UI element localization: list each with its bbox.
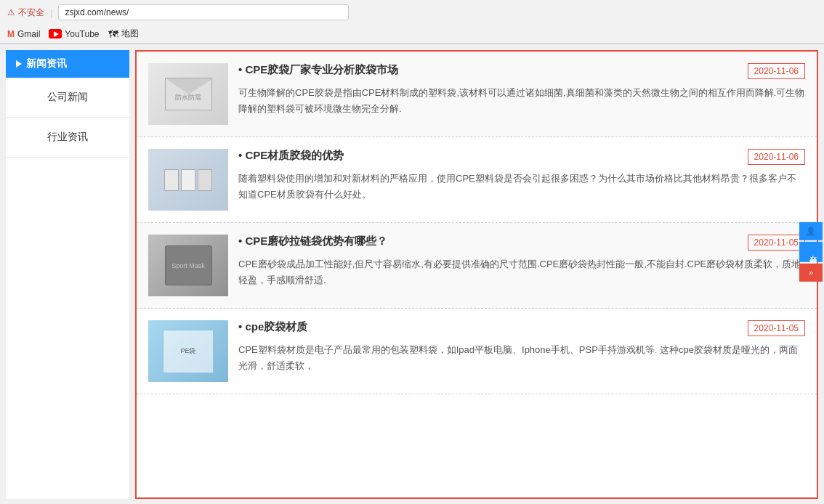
double-arrow-icon: » (809, 268, 813, 277)
industry-news-label: 行业资讯 (47, 131, 88, 142)
news-date-4: 2020-11-05 (748, 320, 805, 336)
sidebar-news-header: 新闻资讯 (6, 50, 129, 78)
news-desc-2: 随着塑料袋使用的增加和对新材料的严格应用，使用CPE塑料袋是否会引起很多困惑？为… (238, 171, 805, 203)
news-item: CPE材质胶袋的优势 2020-11-06 随着塑料袋使用的增加和对新材料的严格… (137, 137, 817, 223)
sidebar-item-company-news[interactable]: 公司新闻 (6, 78, 129, 118)
sidebar-item-industry-news[interactable]: 行业资讯 (6, 118, 129, 158)
gmail-icon: M (7, 29, 15, 39)
thumb-img-1: 防水防震 (148, 63, 228, 125)
news-desc-3: CPE磨砂袋成品加工性能好,但尺寸容易缩水,有必要提供准确的尺寸范围.CPE磨砂… (238, 256, 805, 288)
news-date-2: 2020-11-06 (748, 149, 805, 165)
news-desc-1: 可生物降解的CPE胶袋是指由CPE材料制成的塑料袋,该材料可以通过诸如细菌,真细… (238, 85, 805, 117)
user-icon: 👤 (806, 227, 816, 235)
news-body-4: cpe胶袋材质 2020-11-05 CPE塑料袋材质是电子产品最常用的包装塑料… (238, 320, 805, 374)
bookmark-youtube-label: YouTube (65, 29, 99, 39)
sidebar-arrow-icon (16, 60, 22, 68)
news-body-1: CPE胶袋厂家专业分析胶袋市场 2020-11-06 可生物降解的CPE胶袋是指… (238, 63, 805, 117)
sidebar-news-title: 新闻资讯 (26, 57, 67, 70)
news-title-4[interactable]: cpe胶袋材质 (238, 320, 307, 334)
thumb-img-3: Sport Mask (148, 235, 228, 296)
news-header-row-1: CPE胶袋厂家专业分析胶袋市场 2020-11-06 (238, 63, 805, 79)
news-desc-4: CPE塑料袋材质是电子产品最常用的包装塑料袋，如Ipad平板电脑、Iphone手… (238, 342, 805, 374)
news-thumbnail-3: Sport Mask (148, 235, 228, 296)
thumb-img-4: PE袋 (148, 320, 228, 382)
news-header-row-2: CPE材质胶袋的优势 2020-11-06 (238, 149, 805, 165)
youtube-icon (49, 29, 62, 38)
bookmark-map-label: 地图 (121, 28, 139, 40)
news-thumbnail-4: PE袋 (148, 320, 228, 382)
sidebar: 新闻资讯 公司新闻 行业资讯 (6, 50, 129, 499)
news-date-3: 2020-11-05 (748, 235, 805, 251)
address-input[interactable] (58, 4, 349, 20)
news-item: Sport Mask CPE磨砂拉链袋优势有哪些？ 2020-11-05 CPE… (137, 223, 817, 309)
news-item: 防水防震 CPE胶袋厂家专业分析胶袋市场 2020-11-06 可生物降解的CP… (137, 52, 817, 137)
news-body-2: CPE材质胶袋的优势 2020-11-06 随着塑料袋使用的增加和对新材料的严格… (238, 149, 805, 203)
address-bar: ⚠ 不安全 | (0, 0, 824, 25)
browser-chrome: ⚠ 不安全 | M Gmail YouTube 🗺 地图 (0, 0, 824, 44)
security-warning: ⚠ 不安全 (7, 7, 44, 19)
bookmark-gmail[interactable]: M Gmail (7, 29, 40, 39)
thumb-img-2 (148, 149, 228, 211)
bookmarks-bar: M Gmail YouTube 🗺 地图 (0, 25, 824, 44)
map-icon: 🗺 (108, 28, 118, 40)
float-btn-user[interactable]: 👤 (799, 222, 823, 240)
bookmark-youtube[interactable]: YouTube (49, 29, 99, 39)
news-thumbnail-2 (148, 149, 228, 211)
news-title-3[interactable]: CPE磨砂拉链袋优势有哪些？ (238, 235, 387, 248)
news-item: PE袋 cpe胶袋材质 2020-11-05 CPE塑料袋材质是电子产品最常用的… (137, 309, 817, 394)
company-news-label: 公司新闻 (47, 91, 88, 102)
warning-icon: ⚠ (7, 7, 15, 17)
news-thumbnail-1: 防水防震 (148, 63, 228, 125)
news-header-row-3: CPE磨砂拉链袋优势有哪些？ 2020-11-05 (238, 235, 805, 251)
news-title-1[interactable]: CPE胶袋厂家专业分析胶袋市场 (238, 63, 398, 77)
side-float-buttons: 👤 在线客服 » (799, 222, 823, 282)
float-btn-chat[interactable]: 在线客服 (799, 242, 823, 262)
news-title-2[interactable]: CPE材质胶袋的优势 (238, 149, 344, 163)
bookmark-gmail-label: Gmail (17, 29, 40, 39)
news-header-row-4: cpe胶袋材质 2020-11-05 (238, 320, 805, 336)
float-btn-extra[interactable]: » (799, 264, 823, 282)
youtube-play-triangle (54, 31, 59, 37)
page-content: 新闻资讯 公司新闻 行业资讯 防水防震 CPE胶袋厂家专业分析胶袋市场 (0, 44, 824, 499)
news-date-1: 2020-11-06 (748, 63, 805, 79)
news-body-3: CPE磨砂拉链袋优势有哪些？ 2020-11-05 CPE磨砂袋成品加工性能好,… (238, 235, 805, 288)
bookmark-map[interactable]: 🗺 地图 (108, 28, 139, 40)
address-separator: | (50, 7, 52, 18)
content-area: 防水防震 CPE胶袋厂家专业分析胶袋市场 2020-11-06 可生物降解的CP… (135, 50, 818, 499)
